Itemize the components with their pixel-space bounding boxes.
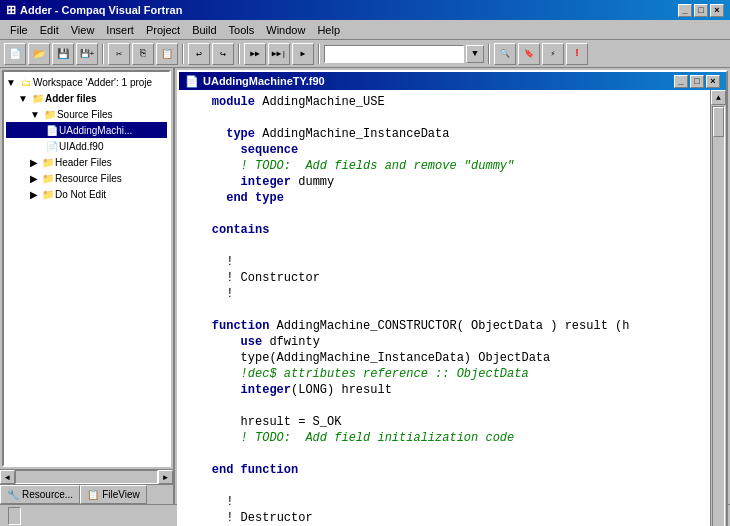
left-scroll-track[interactable] bbox=[15, 470, 158, 484]
menu-view[interactable]: View bbox=[65, 22, 101, 38]
uiadd-file-icon: 📄 bbox=[45, 139, 59, 153]
header-folder-icon: 📁 bbox=[41, 155, 55, 169]
header-expand-icon: ▶ bbox=[30, 157, 38, 168]
tree-do-not-edit[interactable]: ▶ 📁 Do Not Edit bbox=[6, 186, 167, 202]
search-input[interactable] bbox=[324, 45, 464, 63]
fileview-tab-label: FileView bbox=[102, 489, 140, 500]
code-minimize-button[interactable]: _ bbox=[674, 75, 688, 88]
workspace-label: Workspace 'Adder': 1 proje bbox=[33, 77, 152, 88]
open-button[interactable]: 📂 bbox=[28, 43, 50, 65]
source-expand-icon: ▼ bbox=[30, 109, 40, 120]
app-icon: ⊞ bbox=[6, 3, 16, 17]
workspace-icon: 🗂 bbox=[19, 75, 33, 89]
resource-expand-icon: ▶ bbox=[30, 173, 38, 184]
resource-tab[interactable]: 🔧 Resource... bbox=[0, 485, 80, 504]
menu-insert[interactable]: Insert bbox=[100, 22, 140, 38]
scroll-up-button[interactable]: ▲ bbox=[711, 90, 726, 105]
code-maximize-button[interactable]: □ bbox=[690, 75, 704, 88]
title-bar: ⊞ Adder - Compaq Visual Fortran _ □ × bbox=[0, 0, 730, 20]
donotedit-expand-icon: ▶ bbox=[30, 189, 38, 200]
code-window: 📄 UAddingMachineTY.f90 _ □ × module Addi… bbox=[177, 70, 728, 526]
right-panel: 📄 UAddingMachineTY.f90 _ □ × module Addi… bbox=[175, 68, 730, 504]
left-scroll-right[interactable]: ► bbox=[158, 470, 173, 484]
stop-button[interactable]: ! bbox=[566, 43, 588, 65]
adder-expand-icon: ▼ bbox=[18, 93, 28, 104]
uadding-file-icon: 📄 bbox=[45, 123, 59, 137]
code-title-buttons: _ □ × bbox=[674, 75, 720, 88]
search-dropdown[interactable]: ▼ bbox=[466, 45, 484, 63]
tree-uiadd[interactable]: 📄 UIAdd.f90 bbox=[6, 138, 167, 154]
redo-button[interactable]: ↪ bbox=[212, 43, 234, 65]
toolbar-sep-2 bbox=[182, 44, 184, 64]
save-button[interactable]: 💾 bbox=[52, 43, 74, 65]
maximize-button[interactable]: □ bbox=[694, 4, 708, 17]
v-scroll-thumb[interactable] bbox=[713, 107, 724, 137]
minimize-button[interactable]: _ bbox=[678, 4, 692, 17]
tree-adder-files[interactable]: ▼ 📁 Adder files bbox=[6, 90, 167, 106]
menu-file[interactable]: File bbox=[4, 22, 34, 38]
code-window-title: UAddingMachineTY.f90 bbox=[203, 75, 325, 87]
title-bar-buttons: _ □ × bbox=[678, 4, 724, 17]
menu-build[interactable]: Build bbox=[186, 22, 222, 38]
toolbar-sep-5 bbox=[488, 44, 490, 64]
toolbar-sep-3 bbox=[238, 44, 240, 64]
cut-button[interactable]: ✂ bbox=[108, 43, 130, 65]
code-window-icon: 📄 bbox=[185, 75, 199, 88]
bookmark-button[interactable]: 🔖 bbox=[518, 43, 540, 65]
close-button[interactable]: × bbox=[710, 4, 724, 17]
status-pane bbox=[8, 507, 21, 525]
copy-button[interactable]: ⎘ bbox=[132, 43, 154, 65]
undo-button[interactable]: ↩ bbox=[188, 43, 210, 65]
resource-folder-icon: 📁 bbox=[41, 171, 55, 185]
toolbar-sep-4 bbox=[318, 44, 320, 64]
v-scroll-track[interactable] bbox=[712, 106, 725, 526]
tree-header-files[interactable]: ▶ 📁 Header Files bbox=[6, 154, 167, 170]
resource-tab-icon: 🔧 bbox=[7, 489, 19, 500]
toolbar-sep-1 bbox=[102, 44, 104, 64]
uiadd-label: UIAdd.f90 bbox=[59, 141, 103, 152]
file-tree-container: ▼ 🗂 Workspace 'Adder': 1 proje ▼ 📁 Adder… bbox=[2, 70, 171, 467]
tree-source-files[interactable]: ▼ 📁 Source Files bbox=[6, 106, 167, 122]
left-panel: ▼ 🗂 Workspace 'Adder': 1 proje ▼ 📁 Adder… bbox=[0, 68, 175, 504]
left-scroll-left[interactable]: ◄ bbox=[0, 470, 15, 484]
menu-project[interactable]: Project bbox=[140, 22, 186, 38]
uadding-label: UAddingMachi... bbox=[59, 125, 132, 136]
build-button[interactable]: ▶▶| bbox=[268, 43, 290, 65]
tree-resource-files[interactable]: ▶ 📁 Resource Files bbox=[6, 170, 167, 186]
left-scrollbar: ◄ ► bbox=[0, 469, 173, 484]
next-error-button[interactable]: ⚡ bbox=[542, 43, 564, 65]
donotedit-folder-icon: 📁 bbox=[41, 187, 55, 201]
paste-button[interactable]: 📋 bbox=[156, 43, 178, 65]
new-button[interactable]: 📄 bbox=[4, 43, 26, 65]
menu-bar: File Edit View Insert Project Build Tool… bbox=[0, 20, 730, 40]
source-files-label: Source Files bbox=[57, 109, 113, 120]
tree-uadding[interactable]: 📄 UAddingMachi... bbox=[6, 122, 167, 138]
fileview-tab-icon: 📋 bbox=[87, 489, 99, 500]
donotedit-label: Do Not Edit bbox=[55, 189, 106, 200]
code-close-button[interactable]: × bbox=[706, 75, 720, 88]
file-tree: ▼ 🗂 Workspace 'Adder': 1 proje ▼ 📁 Adder… bbox=[4, 72, 169, 204]
menu-edit[interactable]: Edit bbox=[34, 22, 65, 38]
header-files-label: Header Files bbox=[55, 157, 112, 168]
menu-window[interactable]: Window bbox=[260, 22, 311, 38]
run-button[interactable]: ▶ bbox=[292, 43, 314, 65]
tree-workspace[interactable]: ▼ 🗂 Workspace 'Adder': 1 proje bbox=[6, 74, 167, 90]
save-all-button[interactable]: 💾+ bbox=[76, 43, 98, 65]
fileview-tab[interactable]: 📋 FileView bbox=[80, 485, 147, 504]
find-button[interactable]: 🔍 bbox=[494, 43, 516, 65]
compile-button[interactable]: ▶▶ bbox=[244, 43, 266, 65]
adder-folder-icon: 📁 bbox=[31, 91, 45, 105]
resource-tab-label: Resource... bbox=[22, 489, 73, 500]
main-area: ▼ 🗂 Workspace 'Adder': 1 proje ▼ 📁 Adder… bbox=[0, 68, 730, 504]
menu-help[interactable]: Help bbox=[311, 22, 346, 38]
adder-files-label: Adder files bbox=[45, 93, 97, 104]
code-content-area: module AddingMachine_USE type AddingMach… bbox=[179, 90, 726, 526]
code-title-bar: 📄 UAddingMachineTY.f90 _ □ × bbox=[179, 72, 726, 90]
code-editor[interactable]: module AddingMachine_USE type AddingMach… bbox=[179, 90, 710, 526]
source-folder-icon: 📁 bbox=[43, 107, 57, 121]
toolbar: 📄 📂 💾 💾+ ✂ ⎘ 📋 ↩ ↪ ▶▶ ▶▶| ▶ ▼ 🔍 🔖 ⚡ ! bbox=[0, 40, 730, 68]
left-bottom-tabs: 🔧 Resource... 📋 FileView bbox=[0, 484, 173, 504]
workspace-expand-icon: ▼ bbox=[6, 77, 16, 88]
resource-files-label: Resource Files bbox=[55, 173, 122, 184]
menu-tools[interactable]: Tools bbox=[223, 22, 261, 38]
